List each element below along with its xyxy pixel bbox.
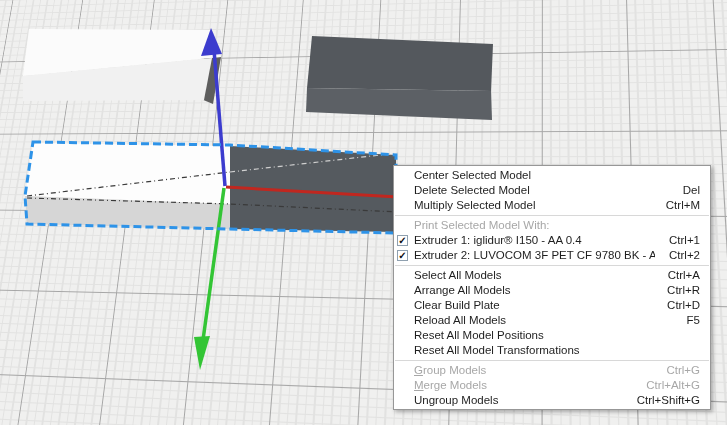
menu-item-extruder-1-iglidur-i150-aa-0-4[interactable]: ✓Extruder 1: iglidur® I150 - AA 0.4Ctrl+… — [394, 233, 710, 248]
model-selected[interactable] — [25, 143, 396, 232]
menu-separator — [395, 265, 709, 266]
viewport-3d[interactable]: Center Selected ModelDelete Selected Mod… — [0, 0, 727, 425]
menu-item-shortcut: Ctrl+Shift+G — [637, 393, 700, 408]
menu-item-label: Extruder 2: LUVOCOM 3F PET CF 9780 BK - … — [414, 248, 655, 263]
menu-item-shortcut: F5 — [687, 313, 700, 328]
menu-item-label: Clear Build Plate — [414, 298, 653, 313]
menu-item-label: Reset All Model Positions — [414, 328, 700, 343]
menu-separator — [395, 360, 709, 361]
menu-item-multiply-selected-model[interactable]: Multiply Selected ModelCtrl+M — [394, 198, 710, 213]
menu-item-shortcut: Ctrl+2 — [669, 248, 700, 263]
model-white-rear[interactable] — [23, 29, 221, 104]
menu-item-delete-selected-model[interactable]: Delete Selected ModelDel — [394, 183, 710, 198]
menu-item-shortcut: Del — [683, 183, 700, 198]
menu-item-label: Arrange All Models — [414, 283, 653, 298]
menu-item-center-selected-model[interactable]: Center Selected Model — [394, 168, 710, 183]
menu-item-shortcut: Ctrl+M — [666, 198, 700, 213]
menu-item-shortcut: Ctrl+1 — [669, 233, 700, 248]
menu-item-select-all-models[interactable]: Select All ModelsCtrl+A — [394, 268, 710, 283]
context-menu: Center Selected ModelDelete Selected Mod… — [393, 165, 711, 410]
menu-item-label: Delete Selected Model — [414, 183, 669, 198]
menu-separator — [395, 215, 709, 216]
menu-item-group-models: Group ModelsCtrl+G — [394, 363, 710, 378]
checkbox-checked-icon: ✓ — [397, 250, 408, 261]
menu-item-shortcut: Ctrl+D — [667, 298, 700, 313]
menu-item-shortcut: Ctrl+R — [667, 283, 700, 298]
menu-item-ungroup-models[interactable]: Ungroup ModelsCtrl+Shift+G — [394, 393, 710, 408]
menu-item-label: Extruder 1: iglidur® I150 - AA 0.4 — [414, 233, 655, 248]
menu-item-merge-models: Merge ModelsCtrl+Alt+G — [394, 378, 710, 393]
menu-item-reset-all-model-transformations[interactable]: Reset All Model Transformations — [394, 343, 710, 358]
menu-item-clear-build-plate[interactable]: Clear Build PlateCtrl+D — [394, 298, 710, 313]
menu-item-label: Print Selected Model With: — [414, 218, 700, 233]
menu-item-label: Merge Models — [414, 378, 632, 393]
menu-item-label: Select All Models — [414, 268, 654, 283]
menu-item-label: Ungroup Models — [414, 393, 623, 408]
model-dark-rear[interactable] — [306, 36, 493, 120]
menu-item-arrange-all-models[interactable]: Arrange All ModelsCtrl+R — [394, 283, 710, 298]
menu-item-reload-all-models[interactable]: Reload All ModelsF5 — [394, 313, 710, 328]
menu-item-label: Multiply Selected Model — [414, 198, 652, 213]
menu-section-label: Print Selected Model With: — [394, 218, 710, 233]
checkbox-checked-icon: ✓ — [397, 235, 408, 246]
menu-item-label: Group Models — [414, 363, 652, 378]
menu-item-label: Reload All Models — [414, 313, 673, 328]
menu-item-shortcut: Ctrl+G — [666, 363, 700, 378]
menu-item-extruder-2-luvocom-3f-pet-cf-9780-bk-aa-0-4[interactable]: ✓Extruder 2: LUVOCOM 3F PET CF 9780 BK -… — [394, 248, 710, 263]
menu-item-reset-all-model-positions[interactable]: Reset All Model Positions — [394, 328, 710, 343]
menu-item-shortcut: Ctrl+Alt+G — [646, 378, 700, 393]
menu-item-label: Reset All Model Transformations — [414, 343, 700, 358]
menu-item-label: Center Selected Model — [414, 168, 700, 183]
menu-item-shortcut: Ctrl+A — [668, 268, 700, 283]
